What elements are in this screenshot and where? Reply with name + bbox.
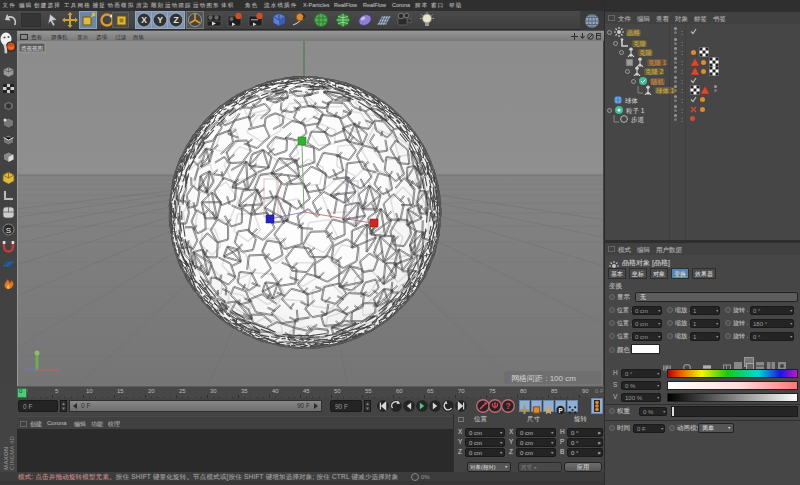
svg-text:S: S bbox=[6, 226, 11, 235]
svg-text:Z: Z bbox=[173, 15, 178, 25]
svg-text:P: P bbox=[558, 407, 562, 414]
svg-text:网格间距 : 100 cm: 网格间距 : 100 cm bbox=[511, 374, 576, 383]
svg-text:透视视图: 透视视图 bbox=[21, 45, 43, 52]
svg-text:Y: Y bbox=[157, 15, 163, 25]
svg-text:?: ? bbox=[505, 401, 510, 411]
svg-text:X: X bbox=[141, 15, 147, 25]
